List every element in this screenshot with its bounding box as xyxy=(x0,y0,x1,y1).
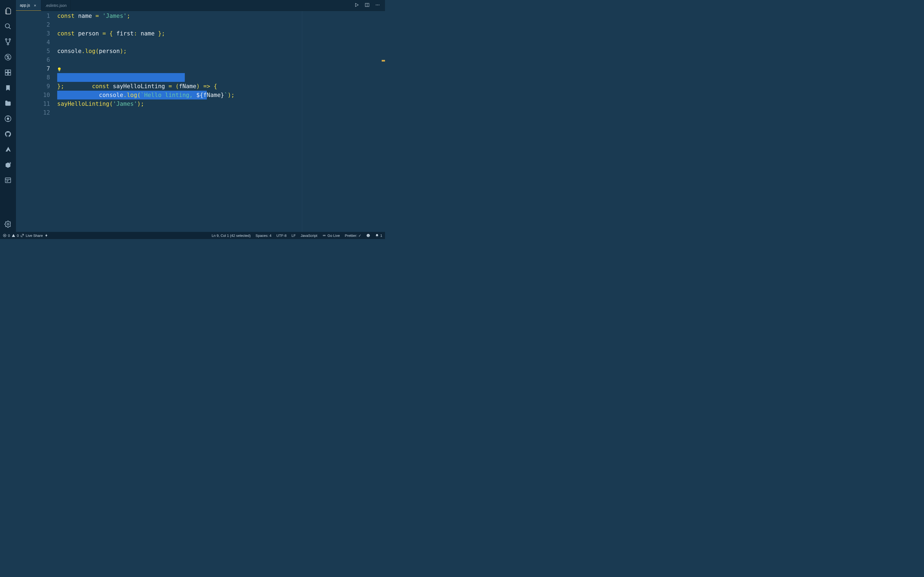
settings-icon[interactable] xyxy=(2,216,15,232)
bookmark-icon[interactable] xyxy=(2,80,15,96)
status-language[interactable]: JavaScript xyxy=(300,234,317,238)
status-live-share[interactable]: Live Share xyxy=(20,234,43,238)
svg-point-21 xyxy=(377,5,378,5)
status-warnings[interactable]: 0 xyxy=(11,234,19,238)
svg-point-22 xyxy=(379,5,380,5)
source-control-icon[interactable] xyxy=(2,34,15,50)
svg-rect-7 xyxy=(5,73,8,75)
run-icon[interactable] xyxy=(354,2,359,8)
files-folder-icon[interactable] xyxy=(2,96,15,111)
svg-line-1 xyxy=(9,27,11,29)
tab-label: .eslintrc.json xyxy=(45,3,66,8)
svg-rect-6 xyxy=(5,70,8,72)
tab-app-js[interactable]: app.js × xyxy=(16,0,41,11)
svg-point-29 xyxy=(368,235,369,235)
svg-point-16 xyxy=(7,223,9,225)
status-notifications[interactable]: 1 xyxy=(375,234,382,238)
more-icon[interactable] xyxy=(375,2,380,8)
search-icon[interactable] xyxy=(2,19,15,34)
status-errors[interactable]: 0 xyxy=(3,234,10,238)
activity-bar xyxy=(0,0,16,232)
status-bolt[interactable] xyxy=(45,234,48,237)
tab-eslintrc[interactable]: .eslintrc.json xyxy=(41,0,71,11)
svg-point-0 xyxy=(5,24,9,28)
tab-bar: app.js × .eslintrc.json xyxy=(16,0,385,11)
browser-preview-icon[interactable] xyxy=(2,172,15,188)
github-icon[interactable] xyxy=(2,126,15,142)
svg-marker-17 xyxy=(355,3,359,6)
tab-label: app.js xyxy=(20,3,30,7)
status-spaces[interactable]: Spaces: 4 xyxy=(255,234,271,238)
code-content[interactable]: 💡 const name = 'James'; const person = {… xyxy=(57,11,385,232)
debug-disabled-icon[interactable] xyxy=(2,50,15,65)
gutter: 123456789101112 xyxy=(16,11,57,232)
status-feedback[interactable] xyxy=(366,234,370,237)
gitlens-icon[interactable] xyxy=(2,111,15,126)
svg-point-26 xyxy=(324,235,325,236)
status-go-live[interactable]: Go Live xyxy=(322,234,340,238)
live-share-icon[interactable] xyxy=(2,157,15,172)
svg-point-11 xyxy=(7,118,9,120)
azure-icon[interactable] xyxy=(2,142,15,157)
status-prettier[interactable]: Prettier: ✓ xyxy=(345,234,361,238)
svg-rect-9 xyxy=(8,70,11,72)
split-editor-icon[interactable] xyxy=(365,2,370,8)
close-icon[interactable]: × xyxy=(33,3,37,8)
svg-point-28 xyxy=(367,235,368,235)
status-bar: 0 0 Live Share Ln 9, Col 1 (42 selected)… xyxy=(0,232,385,239)
code-editor[interactable]: 123456789101112 💡 const name = 'James'; … xyxy=(16,11,385,232)
svg-point-3 xyxy=(9,39,10,40)
tab-actions xyxy=(354,0,385,11)
lightbulb-icon[interactable]: 💡 xyxy=(57,65,61,74)
svg-point-4 xyxy=(7,44,8,45)
svg-rect-8 xyxy=(8,73,11,75)
svg-point-27 xyxy=(367,234,370,237)
svg-point-20 xyxy=(376,5,376,5)
status-encoding[interactable]: UTF-8 xyxy=(276,234,286,238)
svg-rect-12 xyxy=(5,178,11,182)
status-eol[interactable]: LF xyxy=(291,234,296,238)
explorer-icon[interactable] xyxy=(2,3,15,19)
extensions-icon[interactable] xyxy=(2,65,15,80)
editor-area: app.js × .eslintrc.json xyxy=(16,0,385,232)
status-cursor[interactable]: Ln 9, Col 1 (42 selected) xyxy=(212,234,251,238)
svg-point-2 xyxy=(5,39,7,40)
